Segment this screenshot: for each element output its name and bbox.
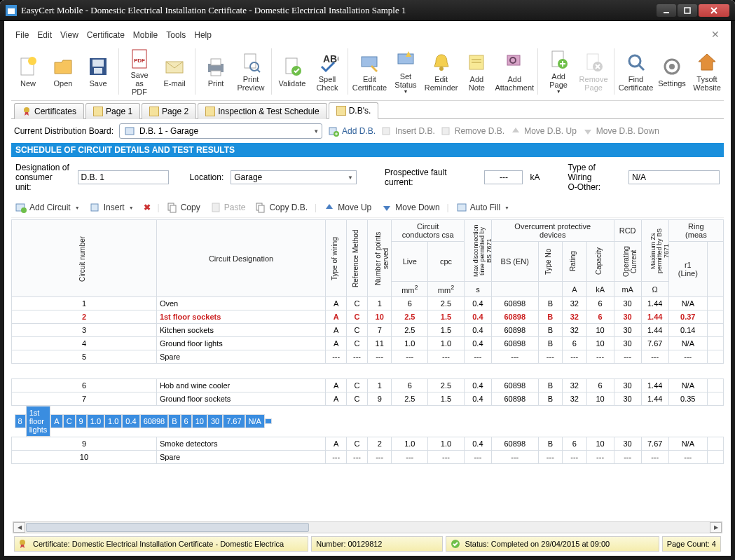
unit-mm2: mm2 [428,282,465,297]
col-rating: Rating [570,244,579,279]
scroll-thumb[interactable] [26,523,309,532]
col-designation: Circuit Designation [156,220,325,297]
open-icon [52,55,74,78]
col-cpc: cpc [428,242,465,282]
tab-dbs[interactable]: D.B's. [329,102,379,119]
down-icon [381,202,392,213]
db-select[interactable]: D.B. 1 - Garage ▼ [119,123,322,139]
unit-s: s [464,282,491,297]
maximize-button[interactable] [678,4,697,17]
add-note-button[interactable]: Add Note [460,46,493,97]
move-up-button[interactable]: Move Up [321,200,374,214]
insert-button[interactable]: Insert▼ [87,200,137,214]
svg-rect-23 [398,54,413,64]
menu-view[interactable]: View [60,30,78,40]
auto-fill-button[interactable]: Auto Fill▼ [453,200,512,214]
horizontal-scrollbar[interactable]: ◀ ▶ [13,521,722,533]
settings-button[interactable]: Settings [655,46,689,97]
add-attachment-button[interactable]: Add Attachment [495,46,534,97]
print-button[interactable]: Print [199,46,233,97]
check-icon [451,539,460,549]
wiring-input[interactable] [628,170,720,184]
svg-rect-57 [170,205,176,212]
table-row[interactable]: 21st floor socketsAC102.51.50.460898B326… [12,310,724,323]
move-down-button[interactable]: Move Down [378,200,442,214]
menu-help[interactable]: Help [194,30,212,40]
copy-button[interactable]: Copy [164,200,203,214]
tab-page1[interactable]: Page 1 [85,103,140,119]
move-db-down-button[interactable]: Move D.B. Down [582,125,659,137]
doc-close-icon[interactable]: ✕ [711,29,720,41]
save-as-pdf-button[interactable]: PDFSave as PDF [123,46,156,97]
email-button[interactable]: E-mail [158,46,191,97]
col-bsen: BS (EN) [491,242,538,282]
table-row[interactable]: 9Smoke detectorsAC21.01.00.460898B610307… [12,437,724,450]
insert-db-button[interactable]: Insert D.B. [381,125,435,137]
close-button[interactable] [699,4,729,17]
tab-certificates[interactable]: Certificates [14,103,84,119]
pfc-input[interactable] [484,170,523,184]
svg-rect-8 [92,60,104,67]
minimize-button[interactable] [657,4,676,17]
unit-ohm: Ω [641,282,668,297]
table-row[interactable]: 6Hob and wine coolerAC162.50.460898B3263… [12,378,724,392]
svg-rect-50 [442,128,449,135]
paste-icon [210,202,221,213]
col-rcd: RCD [614,220,641,242]
add-icon [328,125,339,137]
tab-page2[interactable]: Page 2 [142,103,196,119]
svg-marker-62 [383,206,390,211]
scroll-left-button[interactable]: ◀ [13,522,25,533]
table-row[interactable]: 1OvenAC162.50.460898B326301.44N/A [12,296,724,310]
table-row[interactable]: 3Kitchen socketsAC72.51.50.460898B321030… [12,323,724,336]
open-button[interactable]: Open [46,46,80,97]
svg-rect-9 [94,68,102,74]
copy-db-button[interactable]: Copy D.B. [252,200,310,214]
find-certificate-button[interactable]: Find Certificate [618,46,654,97]
svg-text:PDF: PDF [134,57,145,64]
table-row[interactable] [12,363,724,378]
remove-page-button[interactable]: Remove Page [577,46,610,97]
paste-button[interactable]: Paste [207,200,249,214]
svg-point-39 [629,55,640,67]
add-db-button[interactable]: Add D.B. [328,125,376,137]
designation-input[interactable] [78,170,169,184]
table-row[interactable]: 5Spare----------------------------------… [12,350,724,363]
menu-mobile[interactable]: Mobile [133,30,158,40]
remove-db-button[interactable]: Remove D.B. [441,125,504,137]
tysoft-website-button[interactable]: Tysoft Website [690,46,724,97]
svg-point-43 [24,107,29,113]
home-icon [696,51,718,74]
table-row[interactable]: 81st floor lightsAC91.01.00.460898B61030… [12,406,138,437]
col-r1: r1 (Line) [668,242,707,297]
circuit-table[interactable]: Circuit number Circuit Designation Type … [11,219,724,464]
add-circuit-button[interactable]: Add Circuit▼ [13,200,83,214]
menu-certificate[interactable]: Certificate [87,30,125,40]
print-preview-button[interactable]: Print Preview [234,46,268,97]
scroll-right-button[interactable]: ▶ [710,522,722,533]
move-db-up-button[interactable]: Move D.B. Up [510,125,577,137]
spell-check-button[interactable]: ABCSpell Check [310,46,344,97]
status-status: Status: Completed on 29/04/2015 at 09:00 [465,540,610,548]
gear-icon [661,55,683,78]
tab-inspection[interactable]: Inspection & Test Schedule [198,103,327,119]
edit-certificate-button[interactable]: Edit Certificate [352,46,387,97]
add-page-button[interactable]: Add Page▼ [542,46,575,97]
edit-reminder-button[interactable]: Edit Reminder [424,46,458,97]
delete-button[interactable]: ✖ [141,201,153,214]
table-row[interactable]: 10Spare---------------------------------… [12,450,724,463]
edit-certificate-icon [358,51,380,74]
location-select[interactable]: Garage▼ [231,170,357,184]
validate-button[interactable]: Validate [275,46,309,97]
table-row[interactable]: 4Ground floor lightsAC111.01.00.460898B6… [12,336,724,350]
set-status-button[interactable]: Set Status▼ [389,46,423,97]
save-button[interactable]: Save [81,46,115,97]
menu-tools[interactable]: Tools [166,30,186,40]
unit-a: A [563,282,586,297]
col-live: Live [392,242,428,282]
new-button[interactable]: New [11,46,45,97]
menu-file[interactable]: File [15,30,29,40]
menu-edit[interactable]: Edit [37,30,52,40]
print-preview-icon [240,51,262,74]
table-row[interactable]: 7Ground floor socketsAC92.51.50.460898B3… [12,392,724,405]
